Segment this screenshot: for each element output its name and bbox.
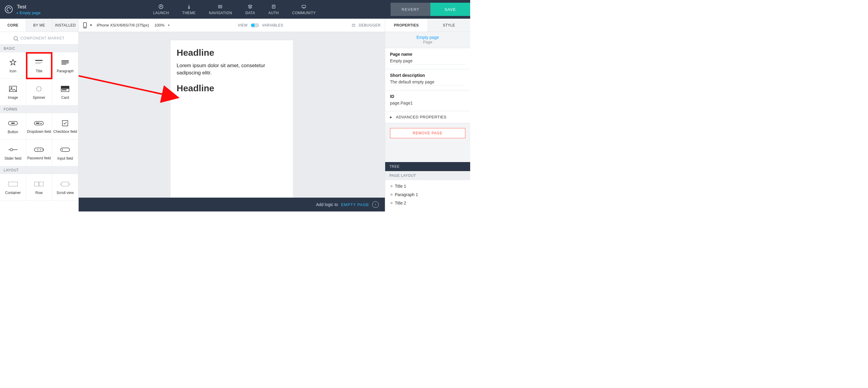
tab-properties[interactable]: PROPERTIES — [385, 19, 428, 32]
short-description-field: Short description The default empty page — [385, 69, 470, 90]
id-field: ID page.Page1 — [385, 90, 470, 111]
bullet-icon — [391, 185, 393, 187]
tree-header: TREE — [385, 162, 470, 171]
component-title[interactable]: Title — [26, 53, 53, 79]
properties-breadcrumb: Empty page Page — [385, 32, 470, 48]
breadcrumb-name[interactable]: Empty page — [385, 35, 470, 40]
dropdown-icon — [34, 119, 44, 127]
tab-by-me[interactable]: BY ME — [26, 19, 53, 32]
component-card[interactable]: Card — [52, 79, 79, 105]
project-info: Test ▸ Empty page — [0, 0, 79, 19]
component-dropdown-field[interactable]: Dropdown field — [26, 113, 53, 140]
canvas-title-1[interactable]: Headline — [177, 47, 287, 58]
svg-point-35 — [352, 24, 355, 27]
component-title-label: Title — [36, 69, 42, 73]
component-spinner-label: Spinner — [33, 96, 45, 100]
component-slider-field[interactable]: Slider field — [0, 140, 26, 166]
device-picker[interactable]: ▼ iPhone XS/X/6/6S/7/8 (375px) — [83, 22, 149, 28]
theme-icon — [187, 4, 191, 10]
community-icon — [301, 4, 307, 10]
component-icon[interactable]: Icon — [0, 53, 26, 79]
section-forms-header: FORMS — [0, 105, 79, 113]
component-image[interactable]: Image — [0, 79, 26, 105]
nav-auth[interactable]: AUTH — [262, 0, 286, 19]
page-name-field: Page name Empty page — [385, 48, 470, 69]
caret-right-icon: ▸ — [17, 11, 19, 14]
component-market-button[interactable]: COMPONENT MARKET — [0, 32, 79, 44]
svg-rect-17 — [62, 90, 66, 90]
nav-auth-label: AUTH — [269, 11, 279, 15]
navigation-icon — [218, 4, 223, 10]
remove-page-button[interactable]: REMOVE PAGE — [390, 128, 465, 138]
nav-launch[interactable]: LAUNCH — [147, 0, 176, 19]
nav-community[interactable]: COMMUNITY — [285, 0, 322, 19]
auth-icon — [271, 4, 276, 10]
component-container[interactable]: Container — [0, 174, 26, 201]
debugger-button[interactable]: DEBUGGER — [351, 23, 381, 28]
short-description-input[interactable]: The default empty page — [390, 79, 465, 86]
component-input-field-label: Input field — [57, 156, 73, 161]
component-input-field[interactable]: Input field — [52, 140, 79, 166]
star-icon — [9, 58, 17, 67]
svg-rect-16 — [61, 86, 69, 89]
logic-bar-link[interactable]: EMPTY PAGE — [341, 202, 369, 207]
component-icon-label: Icon — [9, 69, 16, 73]
svg-rect-21 — [36, 123, 39, 124]
tree-item-title-2[interactable]: Title 2 — [390, 199, 466, 207]
row-icon — [34, 180, 44, 188]
canvas-title-2[interactable]: Headline — [177, 83, 287, 93]
input-icon — [60, 146, 70, 154]
component-checkbox-field[interactable]: Checkbox field — [52, 113, 79, 140]
project-page-link[interactable]: ▸ Empty page — [17, 10, 40, 15]
component-button[interactable]: Button — [0, 113, 26, 140]
nav-data-label: DATA — [245, 11, 255, 15]
tree-page-layout-header: PAGE LAYOUT — [385, 171, 470, 180]
search-icon — [13, 36, 18, 40]
button-icon — [8, 119, 18, 127]
device-picker-label: iPhone XS/X/6/6S/7/8 (375px) — [97, 23, 149, 27]
tree-item-paragraph-1[interactable]: Paragraph 1 — [390, 190, 466, 199]
component-slider-field-label: Slider field — [4, 156, 22, 161]
component-password-field[interactable]: ✕ ✕ ✕ Password field — [26, 140, 53, 166]
checkbox-icon — [62, 119, 68, 127]
component-scroll-view-label: Scroll view — [56, 191, 73, 195]
component-spinner[interactable]: Spinner — [26, 79, 53, 105]
nav-data[interactable]: DATA — [239, 0, 261, 19]
advanced-properties-toggle[interactable]: ADVANCED PROPERTIES — [385, 111, 470, 123]
revert-button[interactable]: REVERT — [391, 3, 430, 16]
tree-item-title-1[interactable]: Title 1 — [390, 182, 466, 190]
project-page-label: Empty page — [20, 10, 40, 15]
nav-theme[interactable]: THEME — [176, 0, 203, 19]
short-description-label: Short description — [390, 73, 465, 78]
component-market-label: COMPONENT MARKET — [20, 36, 64, 40]
svg-rect-9 — [61, 60, 69, 61]
tab-installed[interactable]: INSTALLED — [53, 19, 79, 32]
component-scroll-view[interactable]: Scroll view — [52, 174, 79, 201]
component-paragraph[interactable]: Paragraph — [52, 53, 79, 79]
phone-icon — [83, 22, 87, 28]
device-frame[interactable]: Headline Lorem ipsum dolor sit amet, con… — [170, 40, 293, 203]
nav-navigation[interactable]: NAVIGATION — [202, 0, 239, 19]
zoom-picker[interactable]: 100% — [154, 23, 170, 27]
canvas-paragraph-1[interactable]: Lorem ipsum dolor sit amet, consetetur s… — [177, 62, 287, 76]
component-row-label: Row — [35, 191, 42, 195]
bullet-icon — [391, 194, 393, 195]
tree-body: Title 1 Paragraph 1 Title 2 — [385, 180, 470, 212]
canvas-viewport[interactable]: Headline Lorem ipsum dolor sit amet, con… — [79, 32, 385, 212]
page-name-input[interactable]: Empty page — [390, 59, 465, 65]
container-icon — [8, 180, 18, 188]
top-nav: LAUNCH THEME NAVIGATION DATA AUTH COMMUN… — [79, 0, 391, 19]
logic-bar-prefix: Add logic to — [316, 202, 338, 207]
properties-sidebar: PROPERTIES STYLE Empty page Page Page na… — [385, 19, 470, 212]
bullet-icon — [391, 202, 393, 204]
svg-point-14 — [11, 87, 12, 89]
view-variables-toggle[interactable]: VIEW VARIABLES — [238, 23, 283, 27]
svg-rect-10 — [61, 61, 69, 62]
save-button[interactable]: SAVE — [430, 3, 470, 16]
logic-bar[interactable]: Add logic to EMPTY PAGE ↑ — [79, 198, 385, 212]
tab-core[interactable]: CORE — [0, 19, 26, 32]
expand-logic-icon[interactable]: ↑ — [372, 201, 379, 208]
svg-point-24 — [10, 149, 13, 151]
component-row[interactable]: Row — [26, 174, 53, 201]
tab-style[interactable]: STYLE — [428, 19, 470, 32]
